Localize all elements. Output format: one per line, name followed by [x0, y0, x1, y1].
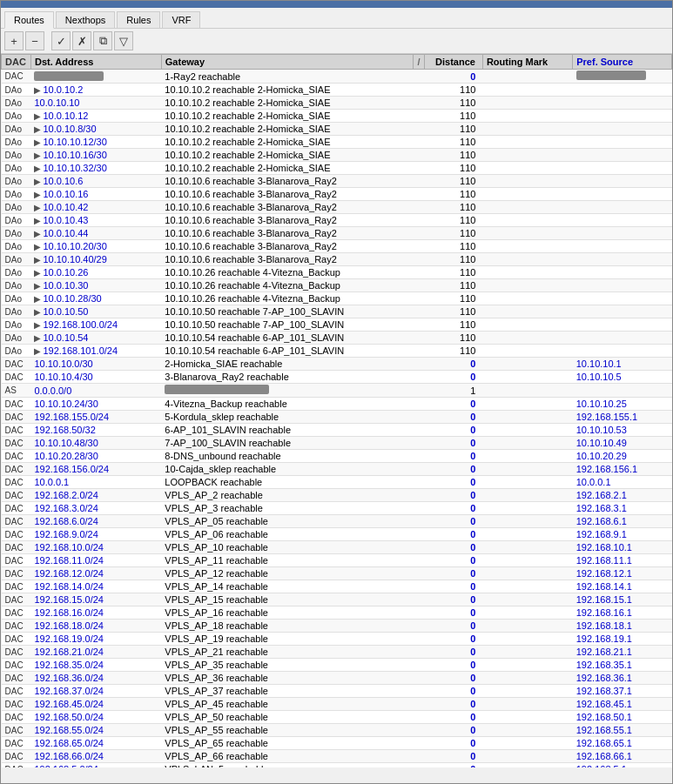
dst-link[interactable]: 192.168.3.0/24	[34, 503, 98, 513]
expand-arrow-icon[interactable]: ▶	[34, 333, 41, 343]
table-row[interactable]: DAC192.168.16.0/24VPLS_AP_16 reachable01…	[2, 606, 672, 620]
expand-arrow-icon[interactable]: ▶	[34, 268, 41, 278]
table-row[interactable]: DAo▶10.10.10.40/2910.10.10.6 reachable 3…	[2, 253, 672, 266]
expand-arrow-icon[interactable]: ▶	[34, 307, 41, 317]
dst-link[interactable]: 192.168.19.0/24	[34, 633, 104, 644]
table-row[interactable]: AS0.0.0.0/01	[2, 384, 672, 398]
remove-button[interactable]: −	[25, 31, 44, 50]
dst-link[interactable]: 192.168.36.0/24	[34, 673, 104, 683]
tab-vrf[interactable]: VRF	[162, 11, 200, 28]
header-routing-mark[interactable]: Routing Mark	[482, 55, 572, 70]
expand-arrow-icon[interactable]: ▶	[34, 255, 41, 265]
table-row[interactable]: DAC192.168.50.0/24VPLS_AP_50 reachable01…	[2, 711, 672, 724]
dst-link[interactable]: 192.168.55.0/24	[34, 725, 104, 735]
filter-button[interactable]: ▽	[114, 31, 133, 50]
table-row[interactable]: DAC192.168.45.0/24VPLS_AP_45 reachable01…	[2, 698, 672, 711]
dst-link[interactable]: 10.0.10.16	[43, 189, 88, 199]
expand-arrow-icon[interactable]: ▶	[34, 281, 41, 291]
dst-link[interactable]: 192.168.11.0/24	[34, 555, 104, 566]
dst-link[interactable]: 192.168.21.0/24	[34, 647, 104, 657]
dst-link[interactable]: 10.10.10.48/30	[34, 438, 98, 448]
expand-arrow-icon[interactable]: ▶	[34, 177, 41, 186]
dst-link[interactable]: 10.0.10.30	[43, 280, 88, 291]
dst-link[interactable]: 192.168.18.0/24	[34, 620, 104, 631]
dst-link[interactable]: 192.168.50.0/24	[34, 712, 104, 722]
dst-link[interactable]: 10.0.10.2	[43, 84, 83, 95]
dst-link[interactable]: 192.168.12.0/24	[34, 568, 104, 579]
dst-link[interactable]: 192.168.35.0/24	[34, 660, 104, 670]
table-row[interactable]: DAC10.10.20.28/308-DNS_unbound reachable…	[2, 450, 672, 463]
table-row[interactable]: DAC192.168.15.0/24VPLS_AP_15 reachable01…	[2, 593, 672, 606]
copy-button[interactable]: ⧉	[93, 31, 112, 50]
table-row[interactable]: DAo10.0.10.1010.10.10.2 reachable 2-Homi…	[2, 97, 672, 110]
table-row[interactable]: DAC192.168.66.0/24VPLS_AP_66 reachable01…	[2, 750, 672, 763]
table-row[interactable]: DAo▶192.168.101.0/2410.10.10.54 reachabl…	[2, 345, 672, 358]
dst-link[interactable]: 192.168.65.0/24	[34, 738, 104, 748]
dst-link[interactable]: 10.10.10.16/30	[43, 150, 106, 160]
dst-link[interactable]: 10.10.10.4/30	[34, 372, 92, 382]
table-row[interactable]: DAo▶10.0.10.5010.10.10.50 reachable 7-AP…	[2, 305, 672, 318]
dst-link[interactable]: 192.168.5.0/24	[34, 764, 98, 767]
table-row[interactable]: DAC192.168.36.0/24VPLS_AP_36 reachable01…	[2, 672, 672, 685]
dst-link[interactable]: 192.168.101.0/24	[43, 345, 118, 356]
dst-link[interactable]: 10.0.10.50	[43, 306, 88, 317]
dst-link[interactable]: 192.168.37.0/24	[34, 686, 104, 696]
table-row[interactable]: DAC192.168.18.0/24VPLS_AP_18 reachable01…	[2, 620, 672, 633]
expand-arrow-icon[interactable]: ▶	[34, 137, 41, 147]
dst-link[interactable]: 192.168.50/32	[34, 425, 95, 435]
table-row[interactable]: DAo▶10.0.10.210.10.10.2 reachable 2-Homi…	[2, 84, 672, 97]
table-row[interactable]: DAC10.10.10.0/302-Homicka_SIAE reachable…	[2, 358, 672, 371]
enable-button[interactable]: ✓	[51, 31, 71, 50]
dst-link[interactable]: 192.168.9.0/24	[34, 529, 98, 539]
table-row[interactable]: DAC192.168.14.0/24VPLS_AP_14 reachable01…	[2, 580, 672, 593]
table-row[interactable]: DAC192.168.6.0/24VPLS_AP_05 reachable019…	[2, 515, 672, 528]
table-row[interactable]: DAC10.10.10.4/303-Blanarova_Ray2 reachab…	[2, 371, 672, 384]
table-row[interactable]: DAC192.168.3.0/24VPLS_AP_3 reachable0192…	[2, 502, 672, 515]
table-row[interactable]: DAo▶10.0.10.8/3010.10.10.2 reachable 2-H…	[2, 123, 672, 136]
dst-link[interactable]: 192.168.6.0/24	[34, 516, 98, 526]
table-row[interactable]: DAC192.168.5.0/24VPLS_LAN_5 reachable019…	[2, 763, 672, 768]
table-row[interactable]: DAC192.168.35.0/24VPLS_AP_35 reachable01…	[2, 659, 672, 672]
table-row[interactable]: DAo▶10.0.10.610.10.10.6 reachable 3-Blan…	[2, 175, 672, 188]
table-row[interactable]: DAC192.168.19.0/24VPLS_AP_19 reachable01…	[2, 633, 672, 646]
table-row[interactable]: DAo▶10.0.10.4310.10.10.6 reachable 3-Bla…	[2, 214, 672, 227]
table-row[interactable]: DAo▶10.10.10.16/3010.10.10.2 reachable 2…	[2, 149, 672, 162]
table-row[interactable]: DAC192.168.156.0/2410-Cajda_sklep reacha…	[2, 463, 672, 476]
table-row[interactable]: DAo▶10.0.10.1610.10.10.6 reachable 3-Bla…	[2, 188, 672, 201]
table-row[interactable]: DAC10.10.10.24/304-Vitezna_Backup reacha…	[2, 398, 672, 411]
table-row[interactable]: DAo▶10.0.10.4210.10.10.6 reachable 3-Bla…	[2, 201, 672, 214]
header-distance[interactable]: Distance	[424, 55, 482, 70]
table-row[interactable]: DAo▶192.168.100.0/2410.10.10.50 reachabl…	[2, 318, 672, 332]
dst-link[interactable]: 192.168.66.0/24	[34, 751, 104, 761]
dst-link[interactable]: 10.0.10.26	[43, 267, 88, 278]
table-row[interactable]: DAo▶10.10.10.12/3010.10.10.2 reachable 2…	[2, 136, 672, 149]
table-row[interactable]: DAo▶10.0.10.2610.10.10.26 reachable 4-Vi…	[2, 266, 672, 279]
dst-link[interactable]: 192.168.10.0/24	[34, 542, 104, 553]
table-row[interactable]: DAo▶10.0.10.1210.10.10.2 reachable 2-Hom…	[2, 110, 672, 123]
expand-arrow-icon[interactable]: ▶	[34, 229, 41, 238]
dst-link[interactable]: 192.168.156.0/24	[34, 464, 109, 474]
dst-link[interactable]: 10.10.10.24/30	[34, 399, 98, 409]
table-row[interactable]: DAo▶10.0.10.5410.10.10.54 reachable 6-AP…	[2, 332, 672, 345]
expand-arrow-icon[interactable]: ▶	[34, 216, 41, 225]
expand-arrow-icon[interactable]: ▶	[34, 164, 41, 173]
dst-link[interactable]: 10.0.10.42	[43, 202, 88, 212]
add-button[interactable]: +	[4, 31, 24, 50]
dst-link[interactable]: 10.0.10.44	[43, 228, 88, 238]
dst-link[interactable]: 10.0.10.54	[43, 332, 88, 343]
expand-arrow-icon[interactable]: ▶	[34, 151, 41, 160]
dst-link[interactable]: 10.10.10.40/29	[43, 254, 106, 265]
dst-link[interactable]: 10.10.10.20/30	[43, 241, 106, 251]
dst-link[interactable]: 192.168.45.0/24	[34, 699, 104, 709]
table-row[interactable]: DAC192.168.10.0/24VPLS_AP_10 reachable01…	[2, 541, 672, 554]
header-dst[interactable]: Dst. Address	[30, 55, 161, 70]
table-row[interactable]: DAC192.168.37.0/24VPLS_AP_37 reachable01…	[2, 685, 672, 698]
tab-rules[interactable]: Rules	[117, 11, 160, 28]
tab-nexthops[interactable]: Nexthops	[56, 11, 115, 28]
tab-routes[interactable]: Routes	[4, 11, 54, 29]
expand-arrow-icon[interactable]: ▶	[34, 111, 41, 121]
table-row[interactable]: DAC192.168.2.0/24VPLS_AP_2 reachable0192…	[2, 489, 672, 502]
header-dac[interactable]: DAC	[2, 55, 31, 70]
table-row[interactable]: DAC10.0.0.1LOOPBACK reachable010.0.0.1	[2, 476, 672, 489]
dst-link[interactable]: 10.0.10.12	[43, 111, 88, 121]
